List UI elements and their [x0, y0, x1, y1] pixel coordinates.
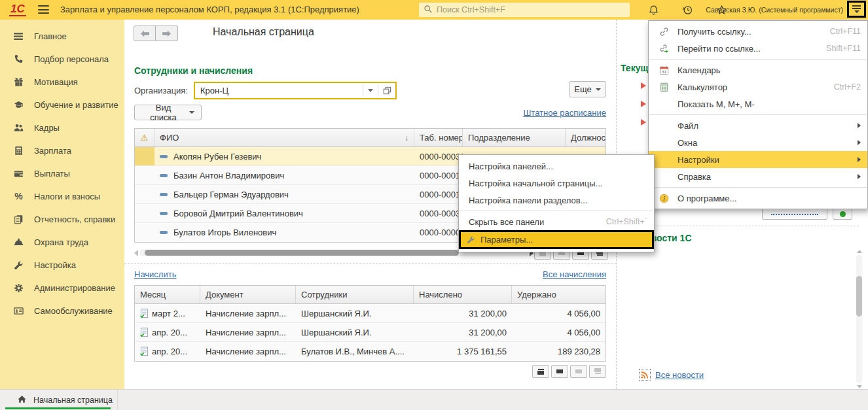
forward-button[interactable] — [156, 26, 178, 41]
view-list-button[interactable]: Вид списка — [134, 105, 202, 120]
go-prev-row-button[interactable] — [551, 365, 568, 378]
back-button[interactable] — [134, 26, 156, 41]
home-page-tab[interactable]: Начальная страница — [0, 390, 118, 410]
menu-item-get-link[interactable]: Получить ссылку...Ctrl+F11 — [649, 23, 867, 40]
service-menu: Получить ссылку...Ctrl+F11Перейти по ссы… — [648, 20, 868, 209]
menu-item-help[interactable]: Справка — [649, 168, 867, 185]
go-next-row-button[interactable] — [570, 365, 587, 378]
scroll-left-icon[interactable] — [134, 250, 138, 256]
news-vertical-scrollbar[interactable] — [856, 250, 863, 388]
go-first-row-button[interactable] — [532, 365, 549, 378]
scrollbar-thumb[interactable] — [145, 250, 459, 256]
sidebar-item-nalogi-vznosy[interactable]: %Налоги и взносы — [0, 185, 124, 208]
sidebar-item-otchetnost-spravki[interactable]: Отчетность, справки — [0, 208, 124, 231]
accruals-row-nav-buttons — [532, 365, 606, 378]
sidebar-item-administrirovanie[interactable]: Администрирование — [0, 277, 124, 299]
posted-document-icon — [140, 309, 149, 318]
column-header-fio[interactable]: ФИО↓ — [154, 129, 414, 146]
warning-column-header[interactable]: ⚠ — [135, 129, 154, 146]
menu-item-label: Калькулятор — [678, 82, 727, 92]
sidebar-item-label: Кадры — [34, 123, 60, 133]
menu-item-section-panel-setup[interactable]: Настройка панели разделов... — [459, 192, 654, 209]
menu-item-parameters[interactable]: Параметры... — [459, 230, 654, 249]
accrued-amount-cell: 31 200,00 — [414, 304, 512, 322]
menu-item-file[interactable]: Файл — [649, 117, 867, 134]
menu-item-label: Настройка начальной страницы... — [469, 179, 602, 188]
menu-item-label: Получить ссылку... — [678, 27, 751, 37]
accrual-row[interactable]: апр. 20...Начисление зарпл...Булатов И.В… — [135, 342, 606, 361]
employee-name: Бальцер Герман Эдуардович — [173, 190, 289, 199]
notifications-bell-icon[interactable] — [647, 3, 660, 16]
column-header-withheld[interactable]: Удержано — [512, 286, 606, 303]
employee-name-cell: Боровой Дмитрий Валентинович — [154, 204, 414, 222]
search-input[interactable]: Поиск Ctrl+Shift+F — [419, 3, 630, 17]
sidebar-item-label: Главное — [34, 31, 67, 41]
accrual-row[interactable]: апр. 20...Начисление зарпл...Шершанский … — [135, 323, 606, 342]
active-tab-indicator — [5, 407, 111, 409]
task-group-expand-icon[interactable] — [641, 119, 646, 126]
task-group-expand-icon[interactable] — [641, 101, 646, 107]
svg-text:31: 31 — [662, 69, 666, 73]
sidebar-item-podbor-personala[interactable]: Подбор персонала — [0, 48, 124, 71]
sidebar-item-samoobsluzhivanie[interactable]: Самообслуживание — [0, 299, 124, 322]
search-icon — [424, 5, 433, 16]
main-menu-icon[interactable] — [38, 5, 49, 14]
accrual-row[interactable]: март 2...Начисление зарпл...Шершанский Я… — [135, 304, 606, 323]
menu-item-calculator[interactable]: КалькуляторCtrl+F2 — [649, 78, 867, 95]
accrual-document-cell: Начисление зарпл... — [200, 304, 296, 322]
current-user[interactable]: Савинская З.Ю. (Системный программист) — [706, 6, 843, 14]
menu-item-label: Перейти по ссылке... — [678, 44, 761, 54]
sidebar-item-motivaciya[interactable]: Мотивация — [0, 71, 124, 94]
submenu-arrow-icon — [858, 174, 861, 179]
partially-hidden-refresh-button[interactable] — [833, 209, 852, 220]
wrench-icon — [13, 260, 24, 270]
history-icon[interactable] — [681, 3, 694, 16]
service-menu-button[interactable] — [847, 1, 866, 18]
menu-item-hide-all-panels[interactable]: Скрыть все панелиCtrl+Shift+` — [459, 213, 654, 230]
sidebar-item-vyplaty[interactable]: Выплаты — [0, 162, 124, 185]
sidebar-item-zarplata[interactable]: Зарплата — [0, 139, 124, 162]
sidebar-item-glavnoe[interactable]: Главное — [0, 25, 124, 48]
menu-item-home-page-setup[interactable]: Настройка начальной страницы... — [459, 175, 654, 192]
all-news-link[interactable]: Все новости — [655, 370, 704, 380]
column-header-accrued[interactable]: Начислено — [414, 286, 512, 303]
scroll-up-icon[interactable] — [857, 250, 862, 253]
scroll-down-icon[interactable] — [857, 385, 862, 388]
column-header-document[interactable]: Документ — [200, 286, 296, 303]
menu-item-calendar[interactable]: 31Календарь — [649, 61, 867, 78]
accrual-month: март 2... — [152, 309, 185, 318]
column-header-position[interactable]: Должност — [566, 129, 606, 146]
sidebar-item-kadry[interactable]: Кадры — [0, 116, 124, 139]
sidebar-item-label: Мотивация — [34, 77, 78, 87]
scrollbar-thumb[interactable] — [856, 276, 862, 316]
menu-item-goto-link[interactable]: Перейти по ссылке...Shift+F11 — [649, 40, 867, 57]
phone-icon — [13, 54, 24, 64]
column-header-month[interactable]: Месяц — [135, 286, 200, 303]
accrual-month-cell: апр. 20... — [135, 342, 200, 361]
combobox-open-icon[interactable] — [378, 86, 395, 95]
organization-combobox[interactable]: Крон-Ц — [194, 82, 397, 99]
menu-item-settings[interactable]: Настройки — [649, 151, 867, 168]
menu-item-show-m[interactable]: Показать М, М+, М- — [649, 95, 867, 112]
staffing-schedule-link[interactable]: Штатное расписание — [523, 108, 606, 118]
go-last-row-button[interactable] — [589, 365, 606, 378]
combobox-dropdown-icon[interactable] — [363, 89, 378, 92]
menu-item-about[interactable]: iО программе... — [649, 190, 867, 207]
employee-number-cell: 0000-00010 — [414, 185, 463, 203]
accrue-link[interactable]: Начислить — [134, 269, 176, 279]
row-gutter — [135, 185, 154, 203]
sidebar-item-nastrojka[interactable]: Настройка — [0, 254, 124, 277]
calendar-icon: 31 — [657, 65, 671, 75]
sidebar-item-obuchenie-razvitie[interactable]: Обучение и развитие — [0, 94, 124, 116]
menu-item-windows[interactable]: Окна — [649, 134, 867, 151]
partially-hidden-configure-button[interactable] — [762, 209, 827, 220]
column-header-department[interactable]: Подразделение — [463, 129, 566, 146]
task-group-expand-icon[interactable] — [641, 82, 646, 89]
menu-item-panels-setup[interactable]: Настройка панелей... — [459, 158, 654, 175]
all-accruals-link[interactable]: Все начисления — [543, 269, 606, 279]
more-button[interactable]: Еще — [569, 81, 606, 97]
column-header-tab-number[interactable]: Таб. номер — [414, 129, 463, 146]
sidebar-item-ohrana-truda[interactable]: Охрана труда — [0, 231, 124, 254]
accrual-document-cell: Начисление зарпл... — [200, 342, 296, 361]
column-header-employees[interactable]: Сотрудники — [296, 286, 414, 303]
